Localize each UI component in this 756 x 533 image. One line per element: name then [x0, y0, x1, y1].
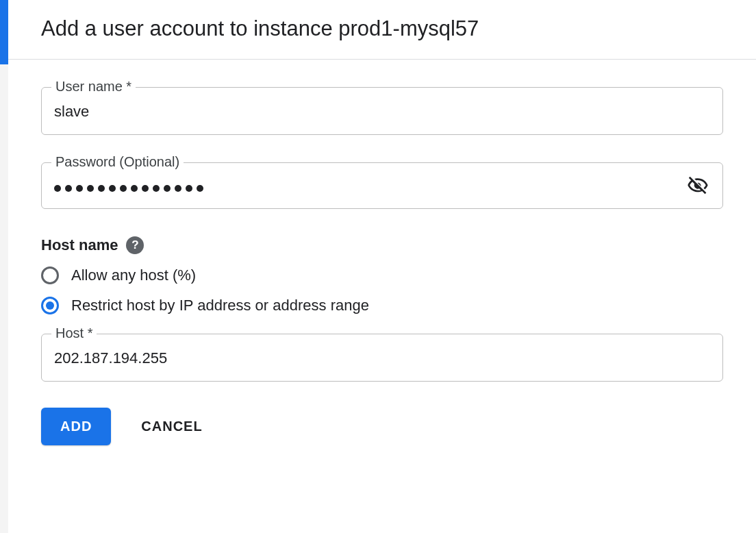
- add-user-dialog: Add a user account to instance prod1-mys…: [8, 0, 756, 533]
- username-field-wrap: User name *: [41, 87, 723, 135]
- host-field-wrap: Host *: [41, 334, 723, 382]
- hostname-section-header: Host name ?: [41, 236, 723, 254]
- background-gutter: [0, 64, 8, 533]
- password-field-wrap: Password (Optional): [41, 162, 723, 209]
- radio-restrict-host[interactable]: Restrict host by IP address or address r…: [41, 297, 723, 314]
- host-field: Host *: [41, 334, 723, 382]
- hostname-section-label: Host name: [41, 236, 118, 254]
- password-label: Password (Optional): [51, 155, 184, 169]
- radio-label-restrict: Restrict host by IP address or address r…: [71, 297, 369, 314]
- username-input[interactable]: [42, 88, 722, 134]
- radio-allow-any-host[interactable]: Allow any host (%): [41, 266, 723, 284]
- dialog-body: User name * Password (Optional): [8, 60, 756, 473]
- cancel-button[interactable]: CANCEL: [141, 419, 202, 434]
- host-input[interactable]: [42, 334, 722, 381]
- username-label: User name *: [51, 79, 136, 93]
- help-icon[interactable]: ?: [126, 236, 144, 254]
- username-field: User name *: [41, 87, 723, 135]
- add-button[interactable]: ADD: [41, 408, 111, 445]
- radio-label-any: Allow any host (%): [71, 266, 196, 284]
- visibility-off-icon: [687, 175, 709, 197]
- password-field: Password (Optional): [41, 162, 723, 209]
- toggle-password-visibility-button[interactable]: [680, 175, 722, 197]
- dialog-actions: ADD CANCEL: [41, 408, 723, 445]
- header-accent-stripe: [0, 0, 8, 64]
- radio-button-selected-icon: [41, 297, 59, 314]
- dialog-title: Add a user account to instance prod1-mys…: [41, 16, 723, 41]
- dialog-header: Add a user account to instance prod1-mys…: [8, 0, 756, 60]
- host-label: Host *: [51, 326, 97, 340]
- password-input[interactable]: [42, 163, 680, 208]
- radio-button-unselected-icon: [41, 266, 59, 284]
